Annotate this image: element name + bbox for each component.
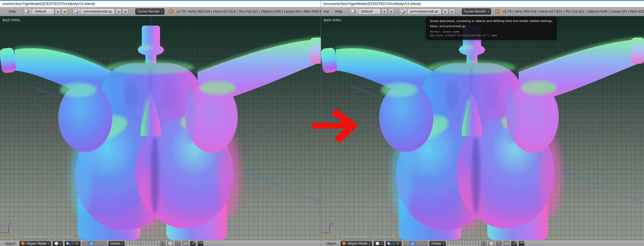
layer-cell[interactable] xyxy=(127,244,130,246)
layers-group-2[interactable] xyxy=(464,241,479,246)
snap-toggle-button[interactable] xyxy=(175,241,181,246)
layer-cell[interactable] xyxy=(130,241,132,244)
layer-cell[interactable] xyxy=(127,241,130,244)
screen-layout-add-button[interactable]: + xyxy=(381,8,388,15)
scene-add-button[interactable]: + xyxy=(115,8,122,15)
layer-cell[interactable] xyxy=(451,244,453,246)
manipulate-centers-icon[interactable]: ↔ xyxy=(396,242,400,245)
pivot-dropdown[interactable]: ▴▾ ↔ xyxy=(65,241,81,246)
screen-layout-browse-button[interactable]: ▴▾ xyxy=(350,8,358,15)
scene-delete-button[interactable]: × xyxy=(449,8,455,15)
screen-layout-name-field[interactable]: Default xyxy=(32,8,54,15)
opengl-render-anim-button[interactable] xyxy=(519,241,524,246)
rotate-manipulator-button[interactable] xyxy=(95,241,101,246)
layer-cell[interactable] xyxy=(149,241,152,244)
layer-cell[interactable] xyxy=(155,241,158,244)
transform-orientation-dropdown[interactable]: Global ▴▾ xyxy=(430,241,446,246)
lock-to-scene-button[interactable] xyxy=(481,241,487,246)
layer-cell[interactable] xyxy=(456,244,459,246)
layer-cell[interactable] xyxy=(473,241,476,244)
layers-group-2[interactable] xyxy=(143,241,158,246)
layer-cell[interactable] xyxy=(155,244,158,246)
layer-cell[interactable] xyxy=(464,241,467,244)
manipulator-toggle-button[interactable] xyxy=(83,241,89,246)
scene-name-field[interactable]: princessshroob.qc xyxy=(81,8,115,15)
translate-manipulator-button[interactable] xyxy=(410,241,416,246)
rotate-manipulator-button[interactable] xyxy=(416,241,422,246)
layer-cell[interactable] xyxy=(453,244,456,246)
layer-cell[interactable] xyxy=(467,244,470,246)
layer-cell[interactable] xyxy=(143,241,146,244)
layer-cell[interactable] xyxy=(464,244,467,246)
layers-group-1[interactable] xyxy=(126,241,141,246)
window-titlebar[interactable]: )ocuments\ToxicTigerModels]]\TESTTEST\Th… xyxy=(321,0,644,7)
opengl-render-image-button[interactable] xyxy=(190,241,196,246)
viewport-shading-dropdown[interactable]: ▴▾ xyxy=(374,241,384,246)
menu-object[interactable]: Object xyxy=(323,242,339,245)
3d-viewport[interactable]: Back Ortho (0) LegsLowpolyBase : Basis (… xyxy=(0,16,321,240)
scale-manipulator-button[interactable] xyxy=(101,241,106,246)
layer-cell[interactable] xyxy=(138,244,141,246)
layer-cell[interactable] xyxy=(132,241,135,244)
scene-browse-button[interactable]: ▴▾ xyxy=(72,8,81,15)
snap-toggle-button[interactable] xyxy=(496,241,502,246)
lock-to-scene-button[interactable] xyxy=(160,241,165,246)
proportional-edit-button[interactable] xyxy=(488,241,494,246)
screen-layout-delete-button[interactable]: × xyxy=(388,8,394,15)
scene-name-field[interactable]: princessshroob.qc xyxy=(407,8,441,15)
render-engine-dropdown[interactable]: Cycles Render ▴▾ xyxy=(462,8,491,15)
screen-layout-delete-button[interactable]: × xyxy=(62,8,68,15)
layer-cell[interactable] xyxy=(459,241,462,244)
snap-element-button[interactable]: |↔| xyxy=(504,241,509,246)
layer-cell[interactable] xyxy=(476,244,479,246)
menu-help[interactable]: Help xyxy=(333,10,345,13)
layer-cell[interactable] xyxy=(456,241,459,244)
layer-cell[interactable] xyxy=(152,244,155,246)
layer-cell[interactable] xyxy=(473,244,476,246)
scene-delete-button[interactable]: × xyxy=(122,8,128,15)
manipulator-toggle-button[interactable] xyxy=(404,241,410,246)
proportional-edit-button[interactable] xyxy=(167,241,173,246)
mode-dropdown[interactable]: Object Mode ▴▾ xyxy=(341,241,372,246)
layer-cell[interactable] xyxy=(453,241,456,244)
mode-dropdown[interactable]: Object Mode ▴▾ xyxy=(20,241,51,246)
layer-cell[interactable] xyxy=(451,241,453,244)
layer-cell[interactable] xyxy=(138,241,141,244)
layer-cell[interactable] xyxy=(152,241,155,244)
transform-orientation-dropdown[interactable]: Global ▴▾ xyxy=(108,241,125,246)
opengl-render-image-button[interactable] xyxy=(511,241,517,246)
menu-help[interactable]: Help xyxy=(6,10,19,13)
menu-object[interactable]: Object xyxy=(2,242,18,245)
layer-cell[interactable] xyxy=(149,244,152,246)
scene-browse-button[interactable]: ▴▾ xyxy=(399,8,407,15)
screen-layout-browse-button[interactable]: ▴▾ xyxy=(23,8,32,15)
pivot-dropdown[interactable]: ▴▾ ↔ xyxy=(386,241,402,246)
3d-viewport[interactable]: Back Ortho (0) BodyLowpolyBase : Basis (… xyxy=(321,16,644,240)
layer-cell[interactable] xyxy=(448,241,451,244)
layer-cell[interactable] xyxy=(470,241,473,244)
translate-manipulator-button[interactable] xyxy=(89,241,95,246)
viewport-shading-dropdown[interactable]: ▴▾ xyxy=(53,241,63,246)
window-titlebar[interactable]: uments\ToxicTigerModels]]\TESTTEST\Thick… xyxy=(0,0,321,7)
scene-add-button[interactable]: + xyxy=(442,8,448,15)
layer-cell[interactable] xyxy=(135,244,138,246)
layer-cell[interactable] xyxy=(135,241,138,244)
layer-cell[interactable] xyxy=(470,244,473,246)
layer-cell[interactable] xyxy=(459,244,462,246)
render-engine-dropdown[interactable]: Cycles Render ▴▾ xyxy=(135,8,164,15)
layer-cell[interactable] xyxy=(467,241,470,244)
snap-element-button[interactable]: |↔| xyxy=(182,241,188,246)
screen-layout-add-button[interactable]: + xyxy=(55,8,61,15)
scale-manipulator-button[interactable] xyxy=(422,241,427,246)
manipulate-centers-icon[interactable]: ↔ xyxy=(75,242,79,245)
layers-group-1[interactable] xyxy=(447,241,462,246)
layer-cell[interactable] xyxy=(143,244,146,246)
screen-layout-name-field[interactable]: Default xyxy=(358,8,381,15)
layer-cell[interactable] xyxy=(146,244,149,246)
layer-cell[interactable] xyxy=(132,244,135,246)
layer-cell[interactable] xyxy=(130,244,132,246)
opengl-render-anim-button[interactable] xyxy=(198,241,203,246)
layer-cell[interactable] xyxy=(476,241,479,244)
layer-cell[interactable] xyxy=(146,241,149,244)
layer-cell[interactable] xyxy=(448,244,451,246)
